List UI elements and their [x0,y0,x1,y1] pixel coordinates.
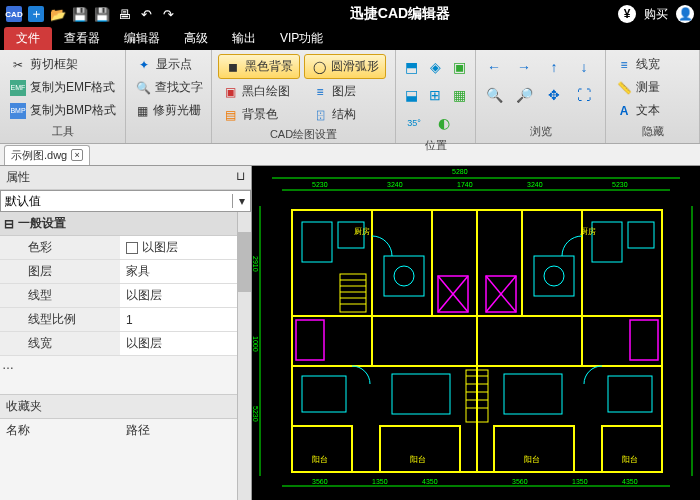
currency-icon[interactable]: ¥ [618,5,636,23]
prop-row-linetype[interactable]: 线型 以图层 [0,284,251,308]
pin-icon[interactable]: ⊔ [236,169,245,186]
bw-icon: ▣ [222,84,238,100]
app-logo-icon: CAD [6,6,22,22]
trim-raster-button[interactable]: ▦修剪光栅 [132,100,205,121]
redo-icon[interactable]: ↷ [160,6,176,22]
structure-button[interactable]: ⌹结构 [308,104,360,125]
svg-rect-14 [602,426,662,472]
pos-icon-3[interactable]: ▣ [453,57,467,77]
pos-icon-8[interactable]: ◐ [434,113,454,133]
bw-draw-button[interactable]: ▣黑白绘图 [218,81,308,102]
undo-icon[interactable]: ↶ [138,6,154,22]
saveall-icon[interactable]: 💾 [94,6,110,22]
dim-text: 1740 [457,181,473,188]
room-label: 阳台 [524,454,540,465]
ruler-icon: 📏 [616,80,632,96]
new-icon[interactable]: ＋ [28,6,44,22]
pan-icon[interactable]: ✥ [544,85,564,105]
nav-left-icon[interactable]: ← [484,57,504,77]
dim-text: 3240 [527,181,543,188]
category-label: 一般设置 [18,215,66,232]
bmp-icon: BMP [10,103,26,119]
pos-icon-2[interactable]: ◈ [428,57,442,77]
user-icon[interactable]: 👤 [676,5,694,23]
main-area: 属性 ⊔ ▾ ⊟ 一般设置 色彩 以图层 图层 家具 线型 以图层 [0,166,700,500]
black-bg-toggle[interactable]: ◼黑色背景 [218,54,300,79]
group-tools-label: 工具 [6,122,119,141]
bg-icon: ◼ [225,59,241,75]
open-icon[interactable]: 📂 [50,6,66,22]
document-tab[interactable]: 示例图.dwg × [4,145,90,165]
svg-point-20 [394,266,414,286]
prop-row-scale[interactable]: 线型比例 1 [0,308,251,332]
properties-title: 属性 [6,169,30,186]
default-combo[interactable]: ▾ [0,190,251,212]
combo-arrow-icon[interactable]: ▾ [232,194,250,208]
tab-viewer[interactable]: 查看器 [52,27,112,50]
pos-icon-5[interactable]: ⊞ [428,85,442,105]
bg-color-button[interactable]: ▤背景色 [218,104,308,125]
dim-text: 4350 [422,478,438,485]
dim-text: 1000 [252,336,259,352]
nav-up-icon[interactable]: ↑ [544,57,564,77]
svg-rect-28 [504,374,562,414]
checkbox-icon[interactable] [126,242,138,254]
prop-row-lineweight[interactable]: 线宽 以图层 [0,332,251,356]
dim-text: 5280 [452,168,468,175]
find-text-button[interactable]: 🔍查找文字 [132,77,205,98]
measure-button[interactable]: 📏测量 [612,77,693,98]
text-button[interactable]: A文本 [612,100,693,121]
pos-icon-7[interactable]: 35° [404,113,424,133]
svg-rect-17 [302,222,332,262]
copy-bmp-button[interactable]: BMP复制为BMP格式 [6,100,119,121]
dim-text: 5230 [612,181,628,188]
props-scrollbar[interactable] [237,212,251,500]
tab-file[interactable]: 文件 [4,27,52,50]
dim-text: 4350 [622,478,638,485]
pos-icon-6[interactable]: ▦ [453,85,467,105]
fav-col-name: 名称 [6,422,126,439]
dim-text: 1350 [572,478,588,485]
tab-advanced[interactable]: 高级 [172,27,220,50]
pos-icon-4[interactable]: ⬓ [404,85,418,105]
lineweight-icon: ≡ [616,57,632,73]
room-label: 厨房 [580,226,596,237]
collapse-icon[interactable]: ⊟ [4,217,14,231]
pos-icon-1[interactable]: ⬒ [404,57,418,77]
document-name: 示例图.dwg [11,148,67,163]
copy-emf-button[interactable]: EMF复制为EMF格式 [6,77,119,98]
room-label: 阳台 [312,454,328,465]
group-hide-label: 隐藏 [612,122,693,141]
save-icon[interactable]: 💾 [72,6,88,22]
svg-rect-27 [392,374,450,414]
close-tab-icon[interactable]: × [71,149,83,161]
fit-icon[interactable]: ⛶ [574,85,594,105]
nav-down-icon[interactable]: ↓ [574,57,594,77]
document-tabs: 示例图.dwg × [0,144,700,166]
print-icon[interactable]: 🖶 [116,6,132,22]
crop-frame-button[interactable]: ✂剪切框架 [6,54,119,75]
category-row[interactable]: ⊟ 一般设置 [0,212,251,236]
emf-icon: EMF [10,80,26,96]
zoom-in-icon[interactable]: 🔍 [484,85,504,105]
nav-right-icon[interactable]: → [514,57,534,77]
drawing-canvas[interactable]: 5280 5230 3240 1740 3240 5230 2910 1000 … [252,166,700,500]
tab-vip[interactable]: VIP功能 [268,27,335,50]
combo-input[interactable] [1,191,232,211]
tab-editor[interactable]: 编辑器 [112,27,172,50]
zoom-out-icon[interactable]: 🔎 [514,85,534,105]
room-label: 阳台 [410,454,426,465]
svg-rect-35 [296,320,324,360]
points-icon: ✦ [136,57,152,73]
prop-row-layer[interactable]: 图层 家具 [0,260,251,284]
buy-link[interactable]: 购买 [644,6,668,23]
show-points-button[interactable]: ✦显示点 [132,54,205,75]
svg-point-22 [544,266,564,286]
properties-header: 属性 ⊔ [0,166,251,190]
smooth-arc-toggle[interactable]: ◯圆滑弧形 [304,54,386,79]
tab-output[interactable]: 输出 [220,27,268,50]
lineweight-button[interactable]: ≡线宽 [612,54,693,75]
layers-button[interactable]: ≡图层 [308,81,360,102]
trim-icon: ▦ [136,103,149,119]
prop-row-color[interactable]: 色彩 以图层 [0,236,251,260]
